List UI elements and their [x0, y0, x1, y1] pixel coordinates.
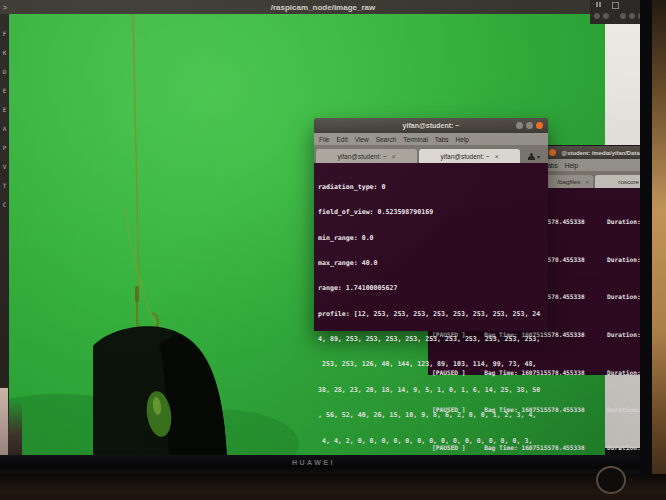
menu-file[interactable]: File — [319, 136, 329, 143]
terminal-output-line: 253, 253, 126, 40, 144, 123, 89, 103, 11… — [318, 360, 548, 368]
topright-window-controls — [590, 0, 646, 24]
laptop-deck — [0, 474, 666, 500]
menu-view[interactable]: View — [355, 136, 369, 143]
stop-icon[interactable] — [612, 2, 619, 9]
menu-search[interactable]: Search — [376, 136, 397, 143]
terminal-output-line: profile: [12, 253, 253, 253, 253, 253, 2… — [318, 310, 548, 318]
rosbag-terminal-title: @student: /media/yifan/Data/ — [562, 150, 641, 156]
window-button[interactable] — [603, 13, 609, 19]
window-button[interactable] — [629, 13, 635, 19]
chevron-down-icon[interactable]: ▾ — [537, 153, 540, 160]
main-terminal-title: yifan@student: ~ — [403, 122, 460, 129]
tab-terminal-2[interactable]: yifan@student: ~ × — [419, 149, 520, 163]
minimize-button[interactable] — [516, 122, 523, 129]
terminal-output-line: 4, 89, 253, 253, 253, 253, 253, 253, 253… — [318, 335, 548, 343]
terminal-output-line: radiation_type: 0 — [318, 183, 548, 191]
titlebar-corner-glyph: > — [3, 4, 7, 11]
terminal-output-line: 38, 28, 23, 20, 18, 14, 9, 5, 1, 0, 1, 6… — [318, 386, 548, 394]
close-tab-icon[interactable]: × — [392, 153, 396, 160]
laptop-bezel-right — [640, 0, 652, 474]
menu-help[interactable]: Help — [456, 136, 469, 143]
power-button — [596, 466, 626, 494]
menu-terminal[interactable]: Terminal — [403, 136, 428, 143]
terminal-output-line: , 56, 52, 40, 26, 15, 10, 9, 8, 6, 2, 0,… — [318, 411, 548, 419]
window-buttons — [516, 122, 543, 129]
main-terminal-titlebar[interactable]: yifan@student: ~ — [314, 118, 548, 133]
laptop-brand-logo: HUAWEI — [292, 459, 335, 466]
photo-edge-dark — [8, 400, 22, 458]
side-letter: P — [3, 144, 7, 151]
person-icon[interactable] — [528, 153, 535, 160]
menu-edit[interactable]: Edit — [336, 136, 347, 143]
close-tab-icon[interactable]: × — [585, 178, 589, 185]
side-letter: E — [3, 106, 7, 113]
image-window-title: /raspicam_node/image_raw — [271, 3, 376, 12]
menu-tabs[interactable]: Tabs — [435, 136, 449, 143]
side-letter: C — [3, 201, 7, 208]
main-terminal-tabbar: yifan@student: ~ × yifan@student: ~ × ▾ — [314, 145, 548, 163]
pause-icon[interactable] — [599, 2, 601, 7]
main-terminal-menubar: File Edit View Search Terminal Tabs Help — [314, 133, 548, 145]
maximize-button[interactable] — [526, 122, 533, 129]
window-button[interactable] — [620, 13, 626, 19]
tab-tools: ▾ — [522, 149, 546, 163]
close-button[interactable] — [549, 149, 556, 156]
pause-icon[interactable] — [596, 2, 598, 7]
close-button[interactable] — [536, 122, 543, 129]
side-letter: E — [3, 87, 7, 94]
side-letter: K — [3, 49, 7, 56]
side-letter: V — [3, 163, 7, 170]
window-button[interactable] — [594, 13, 600, 19]
terminal-output-line: field_of_view: 0.523598790169 — [318, 208, 548, 216]
main-terminal-window: yifan@student: ~ File Edit View Search T… — [314, 118, 548, 331]
menu-help[interactable]: Help — [565, 162, 578, 169]
side-letter: T — [3, 182, 7, 189]
tab-terminal-1[interactable]: yifan@student: ~ × — [316, 149, 417, 163]
laptop-bezel: HUAWEI — [0, 455, 652, 474]
side-letter: A — [3, 125, 7, 132]
terminal-output-line: max_range: 40.0 — [318, 259, 548, 267]
side-letter: F — [3, 30, 7, 37]
terminal-output-line: 4, 4, 2, 0, 0, 0, 0, 0, 0, 0, 0, 0, 0, 0… — [318, 437, 548, 445]
terminal-output-line: min_range: 0.0 — [318, 234, 548, 242]
tab-roscore[interactable]: roscore — [595, 175, 643, 188]
close-tab-icon[interactable]: × — [495, 153, 499, 160]
main-terminal-output[interactable]: radiation_type: 0 field_of_view: 0.52359… — [314, 163, 548, 456]
side-letter: D — [3, 68, 7, 75]
laptop-screen: > /raspicam_node/image_raw F K D E E A P… — [0, 0, 646, 456]
terminal-output-line: range: 1.74100005627 — [318, 284, 548, 292]
image-window-titlebar[interactable]: > /raspicam_node/image_raw — [0, 0, 646, 14]
photo-edge-light — [0, 388, 8, 458]
